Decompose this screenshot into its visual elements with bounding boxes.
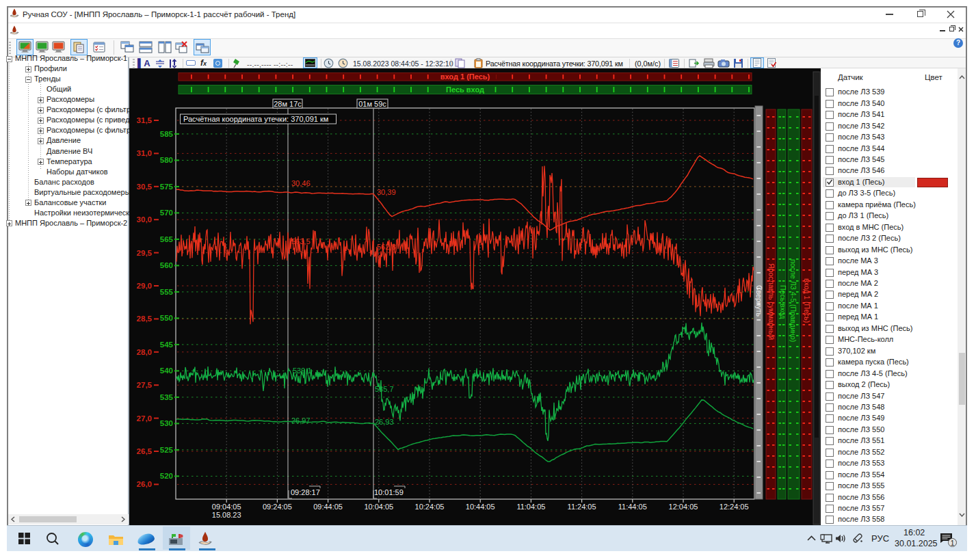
svg-text:28,0: 28,0 (137, 348, 152, 356)
svg-text:26,93: 26,93 (375, 418, 394, 426)
svg-text:26,0: 26,0 (137, 480, 152, 488)
svg-text:560: 560 (160, 261, 173, 269)
svg-text:31,5: 31,5 (137, 116, 153, 124)
svg-text:28,5: 28,5 (137, 315, 153, 323)
svg-text:10:01:59: 10:01:59 (374, 488, 404, 496)
svg-text:31,0: 31,0 (137, 149, 152, 157)
svg-text:Ярославль суммарный: Ярославль суммарный (767, 263, 776, 340)
svg-text:12:04:05: 12:04:05 (669, 503, 698, 511)
svg-text:после ЛЗ 4-5 (Правдино): после ЛЗ 4-5 (Правдино) (789, 259, 797, 342)
svg-text:вход 1 (Песь): вход 1 (Песь) (440, 72, 490, 81)
svg-text:555: 555 (160, 288, 174, 296)
svg-text:563,5: 563,5 (291, 237, 311, 245)
svg-text:525: 525 (160, 446, 174, 454)
svg-text:Песь вход: Песь вход (446, 85, 484, 94)
svg-text:11:04:05: 11:04:05 (516, 503, 545, 511)
svg-text:11:24:05: 11:24:05 (568, 503, 596, 511)
svg-text:520: 520 (160, 472, 173, 480)
svg-text:вход 1 (Песь): вход 1 (Песь) (803, 278, 811, 323)
svg-text:01м 59с: 01м 59с (358, 100, 386, 108)
svg-text:30,39: 30,39 (377, 188, 396, 196)
svg-text:10:44:05: 10:44:05 (466, 503, 495, 511)
svg-text:585: 585 (160, 130, 174, 138)
svg-text:540: 540 (160, 366, 173, 375)
svg-text:565: 565 (160, 235, 174, 243)
svg-text:30,46: 30,46 (291, 179, 311, 187)
svg-text:27,5: 27,5 (137, 381, 153, 389)
svg-text:550: 550 (160, 314, 173, 322)
svg-text:09:44:05: 09:44:05 (313, 503, 343, 511)
svg-text:26,5: 26,5 (137, 447, 153, 455)
svg-text:30,0: 30,0 (137, 215, 152, 224)
svg-text:15.08.23: 15.08.23 (212, 511, 241, 519)
svg-text:26,97: 26,97 (291, 416, 311, 425)
svg-text:Свернуть: Свернуть (755, 285, 763, 317)
svg-text:580: 580 (160, 156, 173, 164)
svg-text:30,5: 30,5 (137, 183, 153, 191)
svg-text:10:24:05: 10:24:05 (415, 503, 445, 511)
svg-text:09:28:17: 09:28:17 (291, 488, 320, 496)
svg-text:27,0: 27,0 (137, 414, 152, 423)
svg-text:575: 575 (160, 183, 174, 191)
svg-text:09:24:05: 09:24:05 (263, 503, 292, 511)
svg-text:29,0: 29,0 (137, 282, 152, 290)
svg-text:530: 530 (160, 419, 173, 427)
svg-text:Песь вход: Песь вход (779, 285, 787, 319)
svg-text:12:24:05: 12:24:05 (720, 503, 749, 511)
svg-text:29,5: 29,5 (137, 249, 153, 257)
svg-text:570: 570 (160, 209, 173, 217)
svg-text:545: 545 (160, 341, 174, 349)
svg-text:Расчётная координата утечки: 3: Расчётная координата утечки: 370,091 км (183, 115, 328, 123)
svg-text:535: 535 (160, 393, 174, 401)
svg-text:10:04:05: 10:04:05 (364, 503, 393, 511)
svg-text:28м 17с: 28м 17с (274, 100, 302, 108)
svg-text:09:04:05: 09:04:05 (212, 503, 241, 511)
svg-text:11:44:05: 11:44:05 (618, 503, 647, 511)
